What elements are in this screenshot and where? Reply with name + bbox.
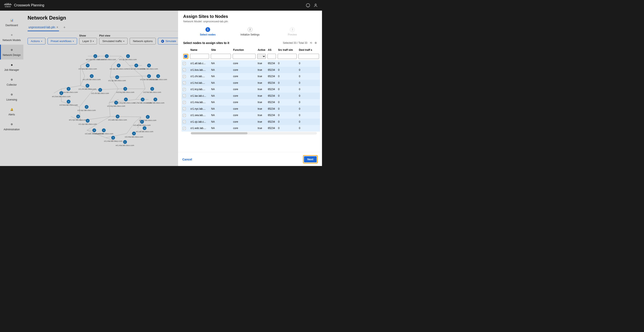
router-icon xyxy=(143,126,146,130)
topology-node[interactable]: er1.hst.lab.cisco.com xyxy=(146,98,164,104)
topology-node[interactable]: er1.mia.lab.cisco.com xyxy=(116,140,134,146)
next-button[interactable]: Next xyxy=(304,156,317,162)
settings-icon[interactable]: ⚙ xyxy=(314,42,317,44)
simulate-button[interactable]: ▶Simulate xyxy=(158,38,179,44)
router-icon xyxy=(86,84,89,88)
step-initialize-settings[interactable]: 2Initialize Settings xyxy=(229,27,271,36)
topology-node[interactable]: cr1.wdc.lab.cisco.com xyxy=(108,115,127,121)
preset-workflows-button[interactable]: Preset workflows▾ xyxy=(48,38,77,44)
topology-node[interactable]: cr2.bos.lab.cisco.com xyxy=(60,100,78,106)
topology-node[interactable]: er1.sjc.lab.cisco.com xyxy=(110,64,128,70)
table-row[interactable]: cr1.mia.lab....NAcoretrue6523400 xyxy=(182,99,320,106)
topology-node[interactable]: er1.wdc.lab.cisco.com xyxy=(94,128,113,135)
sidebar-collector[interactable]: ⚙Collector xyxy=(0,74,23,89)
topology-node[interactable]: cr1.nyc.lab.cisco.com xyxy=(78,119,97,125)
filter-function[interactable] xyxy=(233,54,256,59)
help-icon[interactable] xyxy=(306,3,310,8)
filter-active[interactable] xyxy=(257,54,266,59)
sidebar-licensing[interactable]: ⚙Licensing xyxy=(0,89,23,104)
row-checkbox[interactable] xyxy=(183,81,186,84)
user-icon[interactable] xyxy=(314,3,318,8)
node-label: cr2.sjc.lab.cisco.com xyxy=(119,58,137,61)
row-checkbox[interactable] xyxy=(183,62,186,65)
brand: cisco Crosswork Planning xyxy=(4,3,44,8)
sidebar-administration[interactable]: ⚙Administration xyxy=(0,119,23,134)
tab-file[interactable]: unprocessed-lab.pln × xyxy=(28,24,59,31)
row-checkbox[interactable] xyxy=(183,88,186,91)
step-select-nodes[interactable]: 1Select nodes xyxy=(186,27,229,36)
sidebar: 📊Dashboard⚛Network Models⚙Network Design… xyxy=(0,11,23,166)
table-row[interactable]: cr1.sjc.lab.c...NAcoretrue6523400 xyxy=(182,119,320,125)
topology-node[interactable]: er1.lax.lab.cisco.com xyxy=(149,74,167,81)
router-icon xyxy=(76,115,80,118)
close-icon[interactable]: × xyxy=(56,26,58,29)
add-tab-button[interactable]: + xyxy=(62,25,67,31)
highlight-select-all xyxy=(183,54,188,59)
sidebar-alerts-icon: 🔔 xyxy=(9,107,14,112)
row-checkbox[interactable] xyxy=(183,127,186,130)
table-row[interactable]: cr1.lax.lab.c...NAcoretrue6523400 xyxy=(182,93,320,99)
topology-node[interactable]: cr1.sea.lab.cisco.com xyxy=(98,54,116,61)
plot-view-select[interactable]: Simulated traffic▾ xyxy=(99,38,128,44)
col-function[interactable]: Function xyxy=(232,47,256,53)
topology-node[interactable]: er1.kcy.lab.cisco.com xyxy=(117,98,135,104)
table-row[interactable]: cr1.chi.lab....NAcoretrue6523400 xyxy=(182,73,320,80)
topology-node[interactable]: cr2.nyc.lab.cisco.com xyxy=(78,105,96,111)
sidebar-alerts[interactable]: 🔔Alerts xyxy=(0,104,23,119)
cancel-button[interactable]: Cancel xyxy=(182,155,192,163)
filter-src-traff-sim[interactable] xyxy=(278,54,297,59)
col-active[interactable]: Active xyxy=(256,47,266,53)
router-icon xyxy=(115,75,119,79)
select-all-checkbox[interactable] xyxy=(184,55,187,58)
row-checkbox[interactable] xyxy=(183,101,186,104)
table-row[interactable]: cr1.kcy.lab....NAcoretrue6523400 xyxy=(182,86,320,93)
topology-node[interactable]: cr1.sjc.lab.cisco.com xyxy=(108,75,126,82)
network-options-button[interactable]: Network options xyxy=(130,38,156,44)
col-name[interactable]: Name xyxy=(189,47,210,53)
col-as[interactable]: AS xyxy=(266,47,277,53)
node-label: er1.kcy.lab.cisco.com xyxy=(117,102,135,104)
topology-node[interactable]: cr2.atl.lab.cisco.com xyxy=(133,120,151,126)
table-row[interactable]: cr1.hst.lab....NAcoretrue6523400 xyxy=(182,80,320,86)
sidebar-job-manager-icon: ◆ xyxy=(9,63,14,67)
topology-node[interactable]: er2.lax.lab.cisco.com xyxy=(140,64,158,70)
topology-node[interactable]: cr2.sjc.lab.cisco.com xyxy=(119,54,137,61)
row-checkbox[interactable] xyxy=(183,68,186,71)
col-dest-traff-s[interactable]: Dest traff s xyxy=(298,47,320,53)
topology-node[interactable]: cr2.hst.lab.cisco.com xyxy=(143,87,161,93)
router-icon xyxy=(90,74,94,78)
row-checkbox[interactable] xyxy=(183,75,186,78)
sidebar-dashboard[interactable]: 📊Dashboard xyxy=(0,15,23,30)
col-src-traff-sim[interactable]: Src traff sim xyxy=(277,47,298,53)
col-site[interactable]: Site xyxy=(210,47,232,53)
node-label: cr2.kcy.lab.cisco.com xyxy=(116,91,134,93)
filter-name[interactable] xyxy=(190,54,209,59)
topology-node[interactable]: er1.chi.lab.cisco.com xyxy=(83,74,100,81)
sidebar-network-models[interactable]: ⚛Network Models xyxy=(0,30,23,45)
show-select[interactable]: Layer 3▾ xyxy=(79,38,97,44)
refresh-icon[interactable]: ⟲ xyxy=(310,42,312,44)
topology-node[interactable]: cr2.chi.lab.cisco.com xyxy=(91,88,109,94)
table-row[interactable]: cr1.wdc.lab....NAcoretrue6523400 xyxy=(182,125,320,131)
table-row[interactable]: cr1.sea.lab....NAcoretrue6523400 xyxy=(182,112,320,119)
row-checkbox[interactable] xyxy=(183,107,186,110)
actions-button[interactable]: Actions▾ xyxy=(28,38,46,44)
table-row[interactable]: cr1.atl.lab.c...NAcoretrue6523400 xyxy=(182,60,320,67)
router-icon xyxy=(94,54,97,58)
table-row[interactable]: cr1.bos.lab....NAcoretrue6523400 xyxy=(182,67,320,73)
table-row[interactable]: cr1.nyc.lab....NAcoretrue6523400 xyxy=(182,106,320,112)
sidebar-job-manager[interactable]: ◆Job Manager xyxy=(0,60,23,74)
topology-node[interactable]: er1.bos.lab.cisco.com xyxy=(52,91,70,98)
filter-dest-traff-s[interactable] xyxy=(298,54,319,59)
topology-node[interactable]: cr2.kcy.lab.cisco.com xyxy=(116,87,134,93)
horizontal-scrollbar[interactable] xyxy=(191,132,317,134)
filter-site[interactable] xyxy=(211,54,231,59)
row-checkbox[interactable] xyxy=(183,120,186,123)
sidebar-network-design[interactable]: ⚙Network Design xyxy=(0,45,23,60)
filter-as[interactable] xyxy=(268,54,276,59)
sidebar-item-label: Dashboard xyxy=(6,24,18,27)
row-checkbox[interactable] xyxy=(183,94,186,97)
row-checkbox[interactable] xyxy=(183,114,186,117)
topology-node[interactable]: cr2.sea.lab.cisco.com xyxy=(78,64,97,70)
topology-node[interactable]: cr2.mia.lab.cisco.com xyxy=(125,131,143,138)
